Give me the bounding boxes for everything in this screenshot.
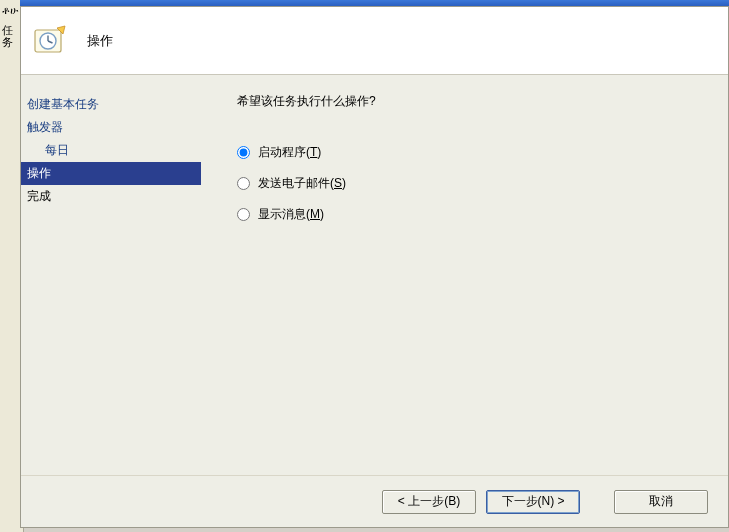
sidebar-item-finish: 完成 — [21, 185, 201, 208]
radio-send-email-label: 发送电子邮件(S) — [258, 175, 346, 192]
wizard-window: 操作 创建基本任务 触发器 每日 操作 完成 希望该任务执行什么操作? 启动程序… — [20, 6, 729, 528]
sidebar-item-trigger[interactable]: 触发器 — [21, 116, 201, 139]
wizard-footer: < 上一步(B) 下一步(N) > 取消 — [21, 475, 728, 527]
wizard-header: 操作 — [21, 7, 728, 75]
radio-send-email[interactable]: 发送电子邮件(S) — [237, 175, 708, 192]
cancel-button[interactable]: 取消 — [614, 490, 708, 514]
wizard-content: 希望该任务执行什么操作? 启动程序(T) 发送电子邮件(S) 显示消息(M) — [201, 75, 728, 475]
radio-display-message[interactable]: 显示消息(M) — [237, 206, 708, 223]
sidebar-item-action[interactable]: 操作 — [21, 162, 201, 185]
radio-start-program-label: 启动程序(T) — [258, 144, 321, 161]
next-button[interactable]: 下一步(N) > — [486, 490, 580, 514]
action-question: 希望该任务执行什么操作? — [237, 93, 708, 110]
wizard-sidebar: 创建基本任务 触发器 每日 操作 完成 — [21, 75, 201, 475]
radio-send-email-input[interactable] — [237, 177, 250, 190]
sidebar-item-create-basic-task[interactable]: 创建基本任务 — [21, 93, 201, 116]
radio-display-message-input[interactable] — [237, 208, 250, 221]
back-button[interactable]: < 上一步(B) — [382, 490, 476, 514]
radio-start-program[interactable]: 启动程序(T) — [237, 144, 708, 161]
radio-start-program-input[interactable] — [237, 146, 250, 159]
radio-display-message-label: 显示消息(M) — [258, 206, 324, 223]
clock-task-icon — [33, 24, 67, 58]
wizard-title: 操作 — [87, 32, 113, 50]
wizard-body: 创建基本任务 触发器 每日 操作 完成 希望该任务执行什么操作? 启动程序(T)… — [21, 75, 728, 475]
sidebar-item-daily[interactable]: 每日 — [21, 139, 201, 162]
